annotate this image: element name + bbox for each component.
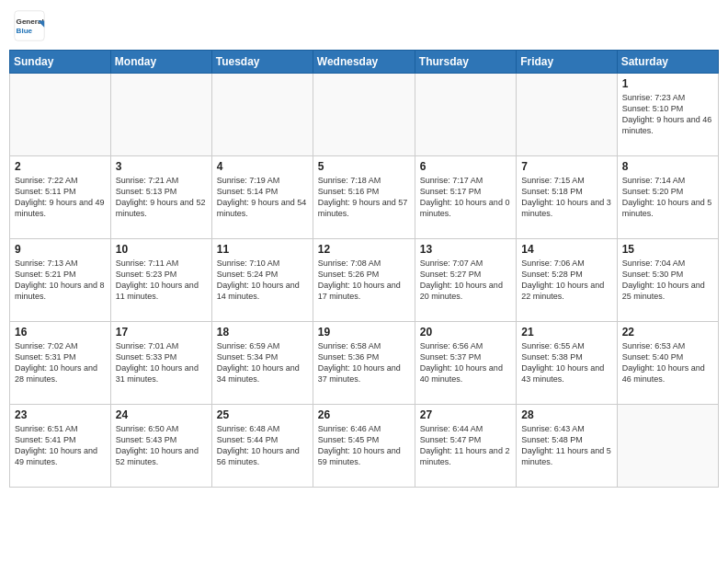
day-number: 20 — [420, 326, 511, 339]
day-number: 16 — [15, 326, 106, 339]
calendar-week-4: 16Sunrise: 7:02 AM Sunset: 5:31 PM Dayli… — [10, 322, 719, 405]
day-info: Sunrise: 6:53 AM Sunset: 5:40 PM Dayligh… — [622, 340, 713, 385]
day-info: Sunrise: 7:19 AM Sunset: 5:14 PM Dayligh… — [217, 175, 308, 220]
day-info: Sunrise: 7:11 AM Sunset: 5:23 PM Dayligh… — [116, 258, 207, 303]
calendar-cell: 7Sunrise: 7:15 AM Sunset: 5:18 PM Daylig… — [517, 156, 617, 239]
logo-icon: General Blue — [13, 9, 46, 42]
day-number: 17 — [116, 326, 207, 339]
calendar-body: 1Sunrise: 7:23 AM Sunset: 5:10 PM Daylig… — [10, 74, 719, 488]
day-info: Sunrise: 6:43 AM Sunset: 5:48 PM Dayligh… — [521, 423, 611, 468]
day-info: Sunrise: 7:02 AM Sunset: 5:31 PM Dayligh… — [15, 340, 106, 385]
day-info: Sunrise: 6:59 AM Sunset: 5:34 PM Dayligh… — [217, 340, 308, 385]
day-number: 27 — [420, 408, 511, 421]
weekday-header-wednesday: Wednesday — [313, 51, 415, 74]
calendar-cell: 5Sunrise: 7:18 AM Sunset: 5:16 PM Daylig… — [313, 156, 415, 239]
calendar-cell: 28Sunrise: 6:43 AM Sunset: 5:48 PM Dayli… — [517, 405, 617, 488]
calendar-cell — [517, 74, 617, 156]
calendar-cell: 3Sunrise: 7:21 AM Sunset: 5:13 PM Daylig… — [110, 156, 211, 239]
day-info: Sunrise: 6:46 AM Sunset: 5:45 PM Dayligh… — [318, 423, 410, 468]
day-number: 24 — [116, 408, 207, 421]
day-number: 1 — [622, 77, 713, 90]
calendar-cell — [110, 74, 211, 156]
day-info: Sunrise: 6:51 AM Sunset: 5:41 PM Dayligh… — [15, 423, 106, 468]
calendar-cell — [211, 74, 313, 156]
calendar-table: SundayMondayTuesdayWednesdayThursdayFrid… — [9, 50, 719, 488]
day-info: Sunrise: 7:21 AM Sunset: 5:13 PM Dayligh… — [116, 175, 207, 220]
day-number: 2 — [15, 160, 106, 173]
day-number: 10 — [116, 243, 207, 256]
day-info: Sunrise: 7:17 AM Sunset: 5:17 PM Dayligh… — [420, 175, 511, 220]
calendar-cell: 9Sunrise: 7:13 AM Sunset: 5:21 PM Daylig… — [10, 239, 111, 322]
day-info: Sunrise: 7:15 AM Sunset: 5:18 PM Dayligh… — [521, 175, 611, 220]
day-info: Sunrise: 7:18 AM Sunset: 5:16 PM Dayligh… — [318, 175, 410, 220]
calendar-cell: 16Sunrise: 7:02 AM Sunset: 5:31 PM Dayli… — [10, 322, 111, 405]
calendar-cell: 15Sunrise: 7:04 AM Sunset: 5:30 PM Dayli… — [617, 239, 718, 322]
day-number: 5 — [318, 160, 410, 173]
weekday-header-saturday: Saturday — [617, 51, 718, 74]
calendar-cell: 4Sunrise: 7:19 AM Sunset: 5:14 PM Daylig… — [211, 156, 313, 239]
day-info: Sunrise: 6:56 AM Sunset: 5:37 PM Dayligh… — [420, 340, 511, 385]
day-number: 19 — [318, 326, 410, 339]
calendar-cell: 26Sunrise: 6:46 AM Sunset: 5:45 PM Dayli… — [313, 405, 415, 488]
calendar-week-1: 1Sunrise: 7:23 AM Sunset: 5:10 PM Daylig… — [10, 74, 719, 156]
svg-text:Blue: Blue — [17, 27, 33, 35]
day-info: Sunrise: 7:14 AM Sunset: 5:20 PM Dayligh… — [622, 175, 713, 220]
calendar-cell: 2Sunrise: 7:22 AM Sunset: 5:11 PM Daylig… — [10, 156, 111, 239]
calendar-cell: 27Sunrise: 6:44 AM Sunset: 5:47 PM Dayli… — [415, 405, 516, 488]
day-number: 11 — [217, 243, 308, 256]
calendar-header-row: SundayMondayTuesdayWednesdayThursdayFrid… — [10, 51, 719, 74]
day-number: 25 — [217, 408, 308, 421]
day-info: Sunrise: 7:07 AM Sunset: 5:27 PM Dayligh… — [420, 258, 511, 303]
calendar-cell: 25Sunrise: 6:48 AM Sunset: 5:44 PM Dayli… — [211, 405, 313, 488]
day-info: Sunrise: 6:50 AM Sunset: 5:43 PM Dayligh… — [116, 423, 207, 468]
day-info: Sunrise: 7:04 AM Sunset: 5:30 PM Dayligh… — [622, 258, 713, 303]
calendar-cell: 6Sunrise: 7:17 AM Sunset: 5:17 PM Daylig… — [415, 156, 516, 239]
calendar-cell: 11Sunrise: 7:10 AM Sunset: 5:24 PM Dayli… — [211, 239, 313, 322]
day-info: Sunrise: 7:23 AM Sunset: 5:10 PM Dayligh… — [622, 92, 713, 137]
calendar-cell: 18Sunrise: 6:59 AM Sunset: 5:34 PM Dayli… — [211, 322, 313, 405]
calendar-cell — [313, 74, 415, 156]
weekday-header-tuesday: Tuesday — [211, 51, 313, 74]
day-info: Sunrise: 7:10 AM Sunset: 5:24 PM Dayligh… — [217, 258, 308, 303]
calendar-cell: 23Sunrise: 6:51 AM Sunset: 5:41 PM Dayli… — [10, 405, 111, 488]
day-number: 12 — [318, 243, 410, 256]
weekday-header-sunday: Sunday — [10, 51, 111, 74]
day-info: Sunrise: 7:22 AM Sunset: 5:11 PM Dayligh… — [15, 175, 106, 220]
day-info: Sunrise: 7:08 AM Sunset: 5:26 PM Dayligh… — [318, 258, 410, 303]
calendar-cell — [617, 405, 718, 488]
day-info: Sunrise: 7:06 AM Sunset: 5:28 PM Dayligh… — [521, 258, 611, 303]
day-number: 22 — [622, 326, 713, 339]
calendar-cell: 21Sunrise: 6:55 AM Sunset: 5:38 PM Dayli… — [517, 322, 617, 405]
day-info: Sunrise: 6:48 AM Sunset: 5:44 PM Dayligh… — [217, 423, 308, 468]
calendar-cell: 8Sunrise: 7:14 AM Sunset: 5:20 PM Daylig… — [617, 156, 718, 239]
day-number: 7 — [521, 160, 611, 173]
calendar-cell: 13Sunrise: 7:07 AM Sunset: 5:27 PM Dayli… — [415, 239, 516, 322]
day-info: Sunrise: 6:55 AM Sunset: 5:38 PM Dayligh… — [521, 340, 611, 385]
calendar-cell — [415, 74, 516, 156]
calendar-cell — [10, 74, 111, 156]
day-number: 14 — [521, 243, 611, 256]
day-number: 15 — [622, 243, 713, 256]
weekday-header-friday: Friday — [517, 51, 617, 74]
day-number: 8 — [622, 160, 713, 173]
day-number: 28 — [521, 408, 611, 421]
day-number: 9 — [15, 243, 106, 256]
day-number: 26 — [318, 408, 410, 421]
calendar-cell: 22Sunrise: 6:53 AM Sunset: 5:40 PM Dayli… — [617, 322, 718, 405]
day-number: 23 — [15, 408, 106, 421]
calendar-week-2: 2Sunrise: 7:22 AM Sunset: 5:11 PM Daylig… — [10, 156, 719, 239]
day-number: 13 — [420, 243, 511, 256]
calendar-cell: 1Sunrise: 7:23 AM Sunset: 5:10 PM Daylig… — [617, 74, 718, 156]
calendar-week-5: 23Sunrise: 6:51 AM Sunset: 5:41 PM Dayli… — [10, 405, 719, 488]
calendar-cell: 17Sunrise: 7:01 AM Sunset: 5:33 PM Dayli… — [110, 322, 211, 405]
weekday-header-monday: Monday — [110, 51, 211, 74]
calendar-cell: 14Sunrise: 7:06 AM Sunset: 5:28 PM Dayli… — [517, 239, 617, 322]
calendar-cell: 10Sunrise: 7:11 AM Sunset: 5:23 PM Dayli… — [110, 239, 211, 322]
logo: General Blue — [13, 9, 46, 42]
calendar-cell: 20Sunrise: 6:56 AM Sunset: 5:37 PM Dayli… — [415, 322, 516, 405]
day-number: 6 — [420, 160, 511, 173]
day-info: Sunrise: 7:01 AM Sunset: 5:33 PM Dayligh… — [116, 340, 207, 385]
calendar-cell: 12Sunrise: 7:08 AM Sunset: 5:26 PM Dayli… — [313, 239, 415, 322]
day-number: 4 — [217, 160, 308, 173]
day-number: 18 — [217, 326, 308, 339]
